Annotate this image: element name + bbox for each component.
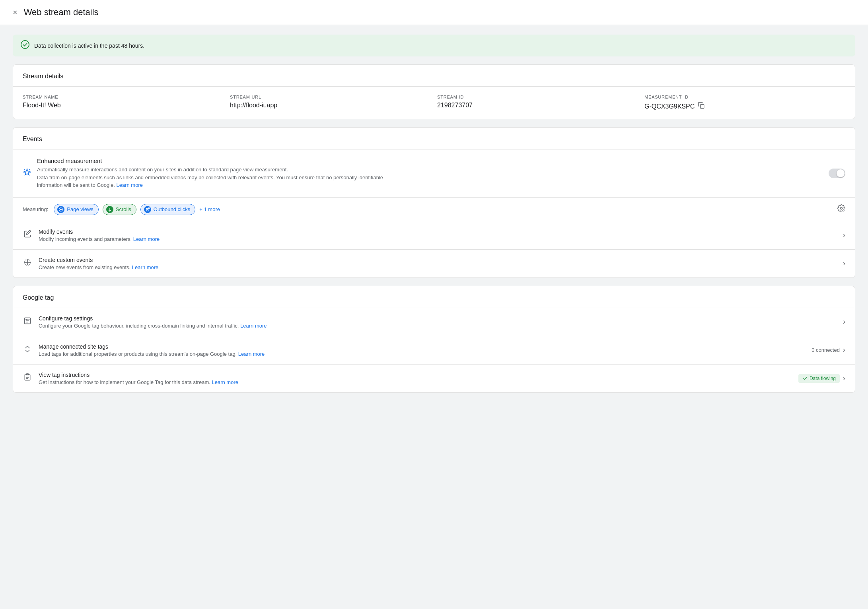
modify-events-content: Modify events Modify incoming events and… [39,229,837,242]
stream-name-label: STREAM NAME [23,95,224,99]
enhanced-measurement-desc: Automatically measure interactions and c… [37,166,395,189]
view-instructions-right: Data flowing › [798,374,845,383]
google-tag-card: Google tag Configure tag settings Config… [13,286,855,393]
header: × Web stream details [0,0,868,25]
modify-events-chevron: › [843,231,845,239]
stream-id-field: STREAM ID 2198273707 [437,95,638,111]
events-card: Events Enhanced measurement Automaticall… [13,127,855,278]
main-content: Data collection is active in the past 48… [0,25,868,410]
manage-tags-desc: Load tags for additional properties or p… [39,351,805,357]
create-custom-events-icon [23,258,32,268]
measuring-row: Measuring: Page views [13,198,855,221]
view-instructions-content: View tag instructions Get instructions f… [39,372,792,385]
manage-tags-content: Manage connected site tags Load tags for… [39,343,805,357]
configure-tag-icon [23,317,32,327]
chip-outbound-clicks[interactable]: Outbound clicks [140,204,196,215]
manage-tags-learn-more[interactable]: Learn more [238,351,265,357]
stream-name-value: Flood-It! Web [23,102,224,109]
stream-id-value: 2198273707 [437,102,638,109]
outbound-icon [144,206,151,213]
create-custom-events-desc: Create new events from existing events. … [39,264,837,270]
stream-details-title: Stream details [13,65,855,87]
create-custom-events-chevron: › [843,259,845,268]
manage-tags-row[interactable]: Manage connected site tags Load tags for… [13,336,855,365]
svg-rect-1 [701,105,704,109]
modify-events-desc: Modify incoming events and parameters. L… [39,236,837,242]
chip-scrolls[interactable]: Scrolls [103,204,136,215]
configure-tag-content: Configure tag settings Configure your Go… [39,315,837,329]
measurement-id-label: MEASUREMENT ID [644,95,845,99]
create-custom-events-row[interactable]: Create custom events Create new events f… [13,250,855,277]
create-custom-events-learn-more[interactable]: Learn more [132,264,158,270]
stream-url-field: STREAM URL http://flood-it.app [230,95,431,111]
measuring-label: Measuring: [23,206,48,212]
page-title: Web stream details [24,7,99,17]
measurement-id-row: G-QCX3G9KSPC [644,102,845,111]
enhanced-measurement-content: Enhanced measurement Automatically measu… [37,157,823,189]
view-instructions-icon [23,373,32,383]
data-flowing-text: Data flowing [810,376,836,381]
stream-details-card: Stream details STREAM NAME Flood-It! Web… [13,64,855,119]
stream-url-label: STREAM URL [230,95,431,99]
enhanced-measurement-header: Enhanced measurement Automatically measu… [23,157,845,189]
check-circle-icon [21,40,29,51]
chip-scrolls-label: Scrolls [116,206,131,212]
modify-events-row[interactable]: Modify events Modify incoming events and… [13,221,855,250]
measuring-gear-icon[interactable] [837,204,845,214]
copy-icon[interactable] [698,102,705,111]
manage-tags-title: Manage connected site tags [39,343,805,350]
enhanced-learn-more-link[interactable]: Learn more [116,182,142,188]
connected-count: 0 connected [812,347,840,353]
view-instructions-learn-more[interactable]: Learn more [212,379,238,385]
close-icon[interactable]: × [13,8,18,16]
status-banner: Data collection is active in the past 48… [13,35,855,56]
view-instructions-row[interactable]: View tag instructions Get instructions f… [13,365,855,392]
create-custom-events-title: Create custom events [39,257,837,263]
google-tag-title: Google tag [13,286,855,308]
status-text: Data collection is active in the past 48… [34,43,144,49]
sparkle-icon [23,168,31,179]
chip-more-link[interactable]: + 1 more [199,206,220,212]
data-flowing-badge: Data flowing [798,374,840,383]
measurement-id-value: G-QCX3G9KSPC [644,103,695,110]
modify-events-learn-more[interactable]: Learn more [133,236,160,242]
chip-outbound-label: Outbound clicks [154,206,191,212]
events-title: Events [13,128,855,149]
page-views-icon [57,206,64,213]
measurement-id-field: MEASUREMENT ID G-QCX3G9KSPC [644,95,845,111]
enhanced-measurement-toggle[interactable] [829,169,845,178]
page-container: × Web stream details Data collection is … [0,0,868,609]
scrolls-icon [106,206,113,213]
chip-page-views-label: Page views [67,206,93,212]
manage-tags-icon [23,345,32,355]
chip-page-views[interactable]: Page views [54,204,98,215]
manage-tags-right: 0 connected › [812,346,845,354]
stream-details-grid: STREAM NAME Flood-It! Web STREAM URL htt… [13,87,855,119]
view-instructions-title: View tag instructions [39,372,792,378]
stream-id-label: STREAM ID [437,95,638,99]
configure-tag-row[interactable]: Configure tag settings Configure your Go… [13,308,855,336]
enhanced-measurement-title: Enhanced measurement [37,157,823,164]
enhanced-measurement-block: Enhanced measurement Automatically measu… [13,149,855,198]
modify-events-title: Modify events [39,229,837,235]
configure-tag-learn-more[interactable]: Learn more [240,323,267,329]
stream-name-field: STREAM NAME Flood-It! Web [23,95,224,111]
view-instructions-chevron: › [843,374,845,382]
configure-tag-desc: Configure your Google tag behaviour, inc… [39,323,837,329]
modify-events-icon [23,230,32,240]
view-instructions-desc: Get instructions for how to implement yo… [39,379,792,385]
manage-tags-chevron: › [843,346,845,354]
configure-tag-title: Configure tag settings [39,315,837,322]
toggle-knob [837,169,845,177]
configure-tag-chevron: › [843,318,845,326]
create-custom-events-content: Create custom events Create new events f… [39,257,837,270]
svg-point-3 [60,209,62,210]
svg-point-0 [21,41,29,48]
stream-url-value: http://flood-it.app [230,102,431,109]
